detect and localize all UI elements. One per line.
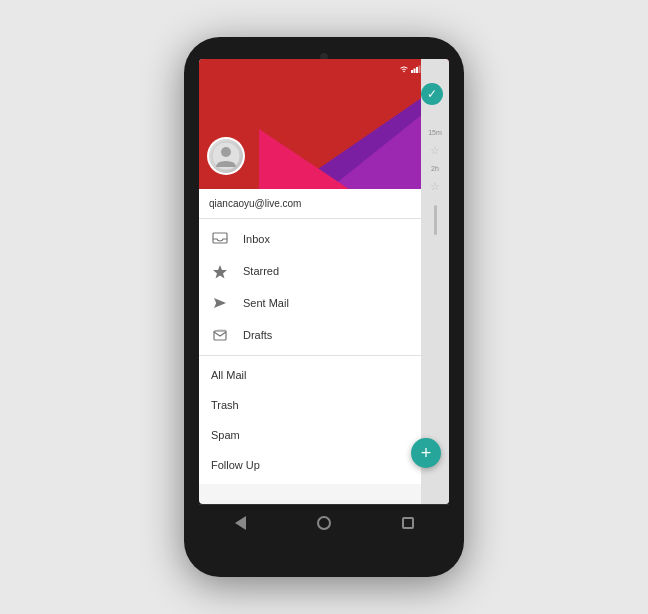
svg-rect-3	[418, 66, 420, 74]
status-bar: 12:30	[199, 59, 449, 79]
time-label-1: 15m	[428, 129, 442, 136]
time-label-2: 2h	[431, 165, 439, 172]
fab-compose-button[interactable]: +	[411, 438, 441, 468]
svg-rect-0	[411, 70, 413, 73]
home-icon	[317, 516, 331, 530]
email-bar[interactable]: qiancaoyu@live.com ▾	[199, 189, 449, 219]
drafts-icon	[211, 326, 229, 344]
bottom-nav	[199, 504, 449, 540]
svg-marker-7	[213, 265, 227, 279]
sent-label: Sent Mail	[243, 297, 289, 309]
drawer-item-starred[interactable]: Starred	[199, 255, 449, 287]
wifi-icon	[399, 65, 409, 73]
sent-icon	[211, 294, 229, 312]
avatar-inner	[209, 139, 243, 173]
header-area: ✓	[199, 79, 449, 189]
svg-rect-2	[416, 67, 418, 73]
drawer-secondary-items: All Mail i Trash i Spam i Follow Up i	[199, 356, 449, 484]
drawer-item-all-mail[interactable]: All Mail i	[199, 360, 449, 390]
nav-home-button[interactable]	[317, 516, 331, 530]
drafts-svg	[212, 328, 228, 342]
drawer-main-items: Inbox Starred	[199, 219, 449, 356]
nav-back-button[interactable]	[235, 516, 246, 530]
avatar	[207, 137, 245, 175]
follow-up-label: Follow Up	[211, 459, 260, 471]
check-circle: ✓	[421, 83, 443, 105]
phone-shell: 12:30 ✓ qiancaoyu	[184, 37, 464, 577]
shape-pink	[259, 129, 349, 189]
screen: 12:30 ✓ qiancaoyu	[199, 59, 449, 504]
star-icon-2: ☆	[430, 180, 440, 193]
navigation-drawer: Inbox Starred	[199, 219, 449, 484]
inbox-label: Inbox	[243, 233, 270, 245]
fab-icon: +	[421, 443, 432, 464]
inbox-svg	[212, 232, 228, 246]
svg-point-5	[221, 147, 231, 157]
check-mark: ✓	[427, 87, 437, 101]
scroll-indicator	[434, 205, 437, 235]
signal-icon	[411, 65, 421, 73]
star-svg	[212, 264, 228, 279]
star-icon-1: ☆	[430, 144, 440, 157]
drafts-label: Drafts	[243, 329, 272, 341]
starred-label: Starred	[243, 265, 279, 277]
drawer-item-trash[interactable]: Trash i	[199, 390, 449, 420]
recent-icon	[402, 517, 414, 529]
avatar-image	[211, 141, 241, 171]
svg-rect-1	[413, 69, 415, 74]
drawer-item-sent[interactable]: Sent Mail	[199, 287, 449, 319]
drawer-item-inbox[interactable]: Inbox	[199, 223, 449, 255]
back-icon	[235, 516, 246, 530]
nav-recent-button[interactable]	[402, 517, 414, 529]
sent-svg	[212, 296, 228, 310]
inbox-icon	[211, 230, 229, 248]
drawer-item-drafts[interactable]: Drafts	[199, 319, 449, 351]
email-display: qiancaoyu@live.com	[209, 198, 301, 209]
starred-icon	[211, 262, 229, 280]
trash-label: Trash	[211, 399, 239, 411]
all-mail-label: All Mail	[211, 369, 246, 381]
spam-label: Spam	[211, 429, 240, 441]
